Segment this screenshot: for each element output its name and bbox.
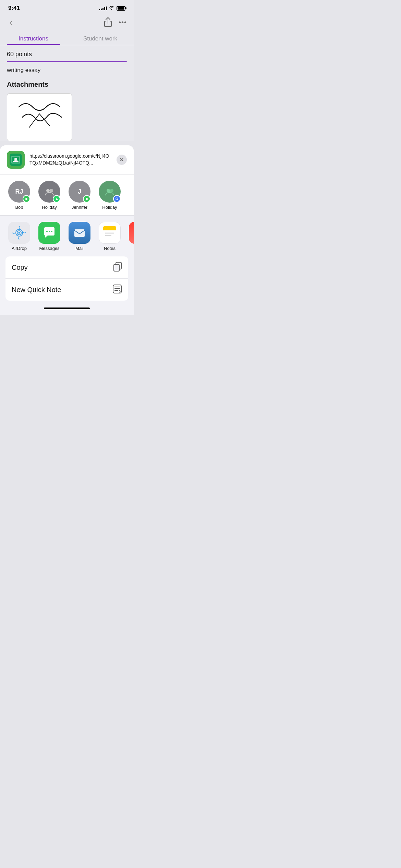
app-reminders[interactable]: Re...	[126, 222, 134, 251]
contact-jennifer-avatar-wrap: J	[69, 181, 90, 203]
more-button[interactable]: •••	[119, 19, 127, 26]
svg-rect-20	[74, 229, 85, 237]
back-button[interactable]: ‹	[7, 16, 15, 29]
action-rows: Copy New Quick Note	[5, 256, 128, 301]
contact-holiday2-name: Holiday	[102, 205, 117, 210]
home-bar	[44, 308, 90, 309]
svg-point-18	[49, 231, 50, 232]
signal-icon	[99, 6, 107, 10]
url-preview-row: https://classroom.google.com/c/NjI4OTQxM…	[0, 145, 134, 174]
tab-instructions[interactable]: Instructions	[0, 32, 67, 45]
status-icons	[99, 5, 125, 11]
notes-icon	[99, 222, 121, 244]
contact-holiday1[interactable]: Holiday	[36, 181, 63, 210]
home-indicator	[0, 303, 134, 315]
status-bar: 9:41	[0, 0, 134, 13]
contact-bob[interactable]: RJ Bob	[5, 181, 33, 210]
share-sheet: https://classroom.google.com/c/NjI4OTQxM…	[0, 145, 134, 315]
purple-divider	[7, 61, 127, 62]
url-text: https://classroom.google.com/c/NjI4OTQxM…	[29, 153, 112, 166]
contact-holiday1-name: Holiday	[42, 205, 57, 210]
mail-label: Mail	[75, 246, 84, 251]
attachment-thumbnail[interactable]	[7, 93, 72, 141]
url-close-button[interactable]: ✕	[117, 155, 127, 165]
contact-bob-badge	[23, 195, 30, 203]
app-mail[interactable]: Mail	[66, 222, 93, 251]
svg-point-4	[14, 158, 17, 160]
airdrop-icon	[8, 222, 30, 244]
svg-point-17	[46, 231, 48, 232]
messages-icon	[38, 222, 60, 244]
svg-rect-32	[114, 264, 119, 271]
content-area: 60 points writing essay Attachments	[0, 45, 134, 141]
svg-point-16	[19, 232, 20, 234]
mail-icon	[69, 222, 90, 244]
svg-rect-0	[12, 97, 67, 138]
status-time: 9:41	[8, 5, 20, 12]
contact-holiday1-badge	[53, 195, 60, 203]
svg-point-19	[51, 231, 52, 232]
nav-bar: ‹ •••	[0, 13, 134, 32]
contact-jennifer-name: Jennifer	[72, 205, 87, 210]
contact-bob-name: Bob	[15, 205, 23, 210]
description-text: writing essay	[7, 67, 127, 74]
app-airdrop[interactable]: AirDrop	[5, 222, 33, 251]
contact-holiday2-avatar-wrap	[99, 181, 121, 203]
share-button[interactable]	[104, 17, 112, 28]
svg-point-7	[50, 189, 53, 192]
svg-point-11	[110, 189, 113, 192]
nav-actions: •••	[104, 17, 127, 28]
action-copy[interactable]: Copy	[5, 256, 128, 279]
svg-point-12	[115, 197, 119, 201]
messages-label: Messages	[39, 246, 59, 251]
svg-point-10	[107, 189, 110, 192]
quick-note-label: New Quick Note	[12, 286, 61, 294]
copy-icon	[113, 262, 122, 273]
copy-label: Copy	[12, 264, 28, 272]
notes-label: Notes	[104, 246, 116, 251]
battery-icon	[117, 6, 125, 11]
attachments-label: Attachments	[7, 81, 127, 88]
points-label: 60 points	[7, 51, 127, 58]
contact-holiday2[interactable]: Holiday	[96, 181, 123, 210]
action-new-quick-note[interactable]: New Quick Note	[5, 279, 128, 301]
svg-point-6	[46, 189, 50, 192]
wifi-icon	[109, 5, 114, 11]
tab-student-work[interactable]: Student work	[67, 32, 134, 45]
app-notes[interactable]: Notes	[96, 222, 123, 251]
contact-holiday1-avatar-wrap	[38, 181, 60, 203]
contact-jennifer[interactable]: J Jennifer	[66, 181, 93, 210]
contact-bob-avatar-wrap: RJ	[8, 181, 30, 203]
svg-rect-23	[103, 229, 116, 230]
classroom-app-icon	[7, 151, 25, 169]
app-messages[interactable]: Messages	[36, 222, 63, 251]
contact-holiday2-badge	[113, 195, 121, 203]
contact-jennifer-badge	[83, 195, 90, 203]
contacts-row: RJ Bob Holiday	[0, 174, 134, 215]
apps-row: AirDrop Messages Mail	[0, 215, 134, 256]
airdrop-label: AirDrop	[12, 246, 27, 251]
tabs-container: Instructions Student work	[0, 32, 134, 45]
quick-note-icon	[112, 284, 122, 295]
reminders-icon	[129, 222, 134, 244]
svg-point-8	[55, 197, 59, 201]
